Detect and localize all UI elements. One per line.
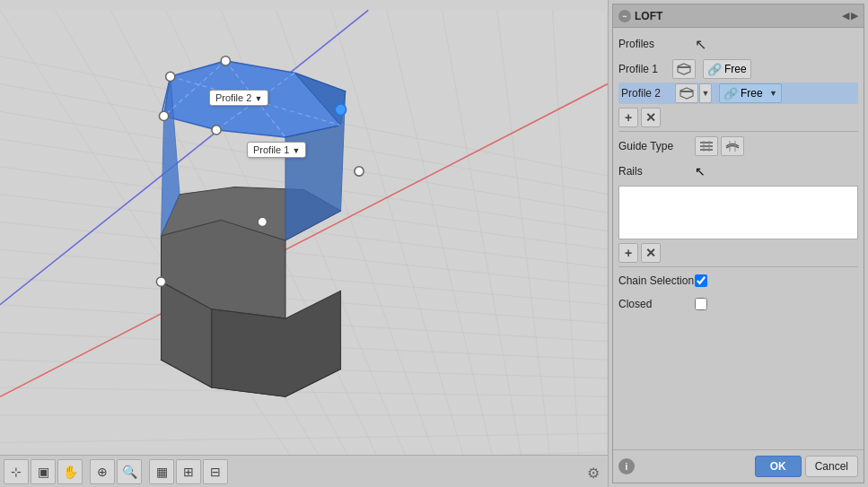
rails-section: Rails ↖ [618,161,858,182]
profile1-icon-group [672,59,696,79]
zoom-button[interactable]: 🔍 [117,459,142,484]
add-remove-row: + ✕ [618,108,858,127]
profile1-row-label: Profile 1 [618,63,672,75]
profile2-dropdown-arrow-icon: ▼ [769,89,777,98]
guide-type-icons [695,136,744,156]
svg-point-49 [258,217,267,226]
svg-point-47 [212,126,221,135]
svg-point-51 [355,167,364,176]
title-left: − LOFT [618,10,662,22]
guide-type-section: Guide Type [618,135,858,157]
cancel-button[interactable]: Cancel [805,456,858,477]
loft-body: Profiles ↖ Profile 1 [613,28,864,449]
rails-cursor-icon: ↖ [695,164,706,178]
ok-button[interactable]: OK [755,456,802,477]
profile1-icon-button[interactable] [672,59,696,79]
loft-panel: − LOFT ◀ ▶ Profiles ↖ [608,0,868,487]
remove-rail-button[interactable]: ✕ [641,243,661,263]
profiles-section: Profiles ↖ [618,33,858,55]
profile2-tangent-icon: 🔗 [723,87,738,100]
grid2-icon: ⊟ [210,465,221,479]
profile2-icon-dropdown-arrow[interactable]: ▼ [699,83,712,103]
pan-tool-button[interactable]: ✋ [57,459,83,484]
svg-point-45 [221,57,230,65]
closed-row: Closed [618,294,858,314]
remove-profile-button[interactable]: ✕ [641,108,661,127]
chain-selection-label: Chain Selection [618,274,695,287]
pan-icon: ✋ [63,465,78,479]
grid-icon: ⊞ [183,465,194,479]
profile1-tangent-icon: 🔗 [707,63,722,76]
closed-checkbox[interactable] [695,298,707,310]
rails-label: Rails [618,165,695,178]
grid-button[interactable]: ⊞ [176,459,201,484]
select-icon: ▣ [38,465,49,479]
profile1-free-dropdown[interactable]: 🔗 Free [703,59,751,79]
zoom-region-button[interactable]: ⊕ [90,459,115,484]
profile1-label: Profile 1 [247,142,306,158]
profile2-label: Profile 2 [209,90,268,106]
svg-point-48 [335,104,346,115]
profile1-row: Profile 1 🔗 Free [618,58,858,80]
add-rail-button[interactable]: + [618,243,638,263]
divider2 [618,266,858,267]
dialog-footer: i OK Cancel [613,449,864,483]
guide-type-button2[interactable] [721,136,744,156]
profile2-icon [679,87,694,100]
settings-button[interactable]: ⚙ [581,460,606,485]
svg-rect-52 [678,66,690,68]
viewport-canvas [0,0,608,487]
rails-add-remove-row: + ✕ [618,243,858,263]
next-arrow-icon: ▶ [851,10,858,22]
rails-area [618,186,858,239]
display-icon: ▦ [156,465,168,479]
profiles-label: Profiles [618,38,695,50]
rails-cursor: ↖ [695,164,858,178]
profile2-free-dropdown[interactable]: 🔗 Free ▼ [719,83,782,103]
select-tool-button[interactable]: ▣ [31,459,56,484]
profiles-content: ↖ [695,36,858,53]
profile2-row-label: Profile 2 [621,87,675,100]
closed-label: Closed [618,298,695,310]
3d-viewport[interactable]: Profile 2 Profile 1 ⊹ ▣ ✋ ⊕ 🔍 [0,0,608,487]
grid2-button[interactable]: ⊟ [203,459,228,484]
svg-rect-53 [680,91,693,92]
move-icon: ⊹ [11,465,22,479]
profile2-icon-button[interactable] [675,83,698,103]
chain-selection-row: Chain Selection [618,271,858,291]
profile2-row: Profile 2 ▼ 🔗 Free [618,83,858,104]
profile2-free-label: Free [741,87,763,100]
loft-title: LOFT [635,10,662,22]
guide-type-button1[interactable] [695,136,718,156]
loft-collapse-icon[interactable]: − [618,10,631,22]
display-button[interactable]: ▦ [149,459,174,484]
viewport-toolbar: ⊹ ▣ ✋ ⊕ 🔍 ▦ ⊞ ⊟ [0,455,608,487]
cursor-icon: ↖ [695,36,706,53]
add-profile-button[interactable]: + [618,108,638,127]
loft-dialog: − LOFT ◀ ▶ Profiles ↖ [612,4,864,483]
gear-icon: ⚙ [587,465,600,482]
profile2-icon-group: ▼ [675,83,712,103]
guide-type-label: Guide Type [618,140,695,152]
profile1-free-label: Free [724,63,747,75]
guide-tangent-icon [724,140,741,152]
chain-selection-checkbox[interactable] [695,274,707,287]
profile1-icon [677,63,691,75]
divider1 [618,131,858,132]
title-arrows[interactable]: ◀ ▶ [842,10,858,22]
zoom-region-icon: ⊕ [97,465,108,479]
info-button[interactable]: i [618,458,635,474]
loft-title-bar: − LOFT ◀ ▶ [613,4,864,28]
svg-point-50 [156,277,165,286]
svg-point-44 [166,72,175,81]
zoom-icon: 🔍 [122,465,137,479]
svg-point-46 [159,111,168,120]
prev-arrow-icon: ◀ [842,10,849,22]
guide-rails-icon [698,140,715,152]
guide-type-content [695,136,858,156]
move-tool-button[interactable]: ⊹ [4,459,29,484]
